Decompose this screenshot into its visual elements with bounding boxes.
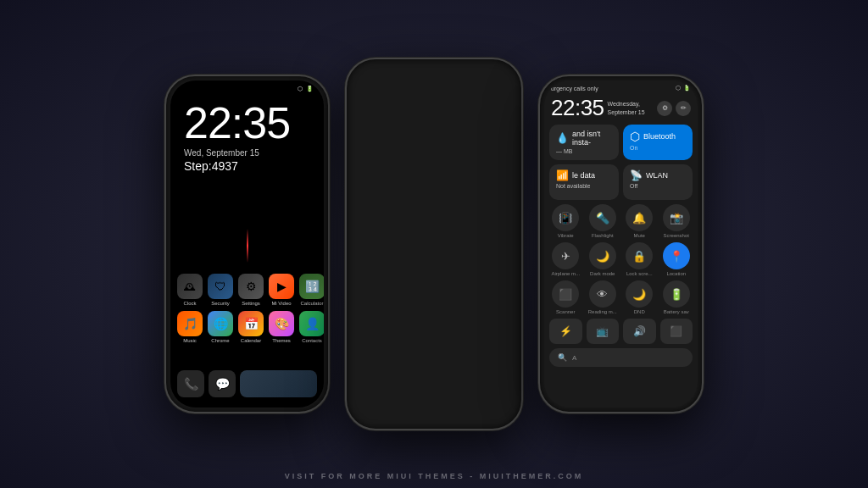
- p3-time: 22:35: [551, 95, 604, 121]
- lockscreen-label: Lock scre...: [626, 271, 653, 276]
- settings-icon-button[interactable]: ⚙: [657, 101, 672, 116]
- chrome-icon: 🌐: [208, 311, 233, 336]
- darkmode-icon: 🌙: [589, 242, 616, 269]
- cc-quick-tiles: 💧 and isn't insta- — MB ⬡ Bluetooth On 📶…: [544, 125, 698, 200]
- extra-button[interactable]: ⬛: [660, 319, 693, 344]
- bluetooth-tile-sub: On: [630, 145, 686, 151]
- dock-phone-icon[interactable]: 📞: [177, 370, 204, 397]
- data-tile-title: and isn't insta-: [572, 130, 612, 147]
- themes-icon: 🎨: [269, 311, 294, 336]
- p1-status-bar: ⬡ 🔋: [170, 80, 324, 94]
- darkmode-label: Dark mode: [590, 271, 615, 276]
- settings-icon: ⚙: [238, 274, 264, 299]
- dock-gallery[interactable]: [240, 370, 317, 397]
- reading-label: Reading m...: [588, 309, 617, 314]
- vibrate-label: Vibrate: [558, 233, 574, 238]
- flashlight-button[interactable]: 🔦 Flashlight: [587, 204, 620, 238]
- flashlight-label: Flashlight: [592, 233, 614, 238]
- clock-icon: 🕰: [177, 274, 203, 299]
- battery-saver-button[interactable]: 🔋 Battery sav: [660, 280, 693, 314]
- app-security[interactable]: 🛡 Security: [208, 274, 233, 306]
- app-themes[interactable]: 🎨 Themes: [269, 311, 294, 343]
- wlan-tile-title: WLAN: [646, 171, 668, 180]
- p3-date-line1: Wednesday,: [608, 100, 654, 108]
- p1-time: 22:35: [170, 94, 324, 145]
- data-tile-sub: — MB: [556, 148, 612, 154]
- scanner-button[interactable]: ⬛ Scanner: [549, 280, 582, 314]
- p1-steps: Step:4937: [170, 158, 324, 175]
- scanner-label: Scanner: [556, 309, 575, 314]
- airplane-icon: ✈: [552, 242, 579, 269]
- dock-message-icon[interactable]: 💬: [209, 370, 236, 397]
- bluetooth-tile-icon: ⬡: [630, 130, 640, 143]
- edit-icon-button[interactable]: ✏: [676, 101, 691, 116]
- screenshot-button[interactable]: 📸 Screenshot: [660, 204, 693, 238]
- search-icon: 🔍: [558, 353, 567, 362]
- reading-icon: 👁: [589, 280, 616, 308]
- mute-button[interactable]: 🔔 Mute: [623, 204, 656, 238]
- phone-3-screen: urgency calls only ⬡ 🔋 22:35 Wednesday, …: [544, 80, 698, 408]
- cc-tile-wlan[interactable]: 📡 WLAN Off: [623, 164, 693, 200]
- app-chrome[interactable]: 🌐 Chrome: [208, 311, 233, 343]
- mobile-tile-title: le data: [572, 171, 595, 180]
- location-label: Location: [666, 271, 686, 276]
- cc-search-bar[interactable]: 🔍 A: [549, 348, 693, 367]
- app-mivideo[interactable]: ▶ Mi Video: [269, 274, 294, 306]
- contacts-icon: 👤: [299, 311, 324, 336]
- p3-header-icons: ⚙ ✏: [657, 101, 691, 116]
- battery-saver-icon: 🔋: [663, 280, 690, 308]
- tv-button[interactable]: 📺: [587, 319, 620, 344]
- cc-buttons-row3: ⬛ Scanner 👁 Reading m... 🌙 DND 🔋 Battery…: [544, 280, 698, 314]
- location-button[interactable]: 📍 Location: [660, 242, 693, 276]
- phone-1: ⬡ 🔋 22:35 Wed, September 15 Step:4937 🕰 …: [164, 75, 330, 413]
- phone-3: urgency calls only ⬡ 🔋 22:35 Wednesday, …: [538, 75, 704, 413]
- bluetooth-icon: ⬡: [298, 86, 303, 92]
- mivideo-icon: ▶: [269, 274, 294, 299]
- mute-label: Mute: [634, 233, 645, 238]
- phone-2: ⬡ 🔋 12 3 6 9 2 10 4 8 1 11 5 7: [345, 58, 523, 430]
- vibrate-button[interactable]: 📳 Vibrate: [549, 204, 582, 238]
- music-icon: 🎵: [177, 311, 203, 336]
- battery-saver-label: Battery sav: [664, 309, 689, 314]
- screenshot-icon: 📸: [663, 204, 690, 231]
- location-icon: 📍: [663, 242, 690, 269]
- security-icon: 🛡: [208, 274, 233, 299]
- app-clock[interactable]: 🕰 Clock: [177, 274, 203, 306]
- screenshot-label: Screenshot: [664, 233, 689, 238]
- p3-battery-icon: 🔋: [683, 85, 691, 92]
- airplane-button[interactable]: ✈ Airplane m...: [549, 242, 582, 276]
- dnd-label: DND: [634, 309, 645, 314]
- volume-button[interactable]: 🔊: [623, 319, 656, 344]
- calculator-icon: 🔢: [299, 274, 324, 299]
- lockscreen-button[interactable]: 🔒 Lock scre...: [623, 242, 656, 276]
- reading-button[interactable]: 👁 Reading m...: [587, 280, 620, 314]
- lightning-button[interactable]: ⚡: [549, 319, 582, 344]
- p3-date-info: Wednesday, September 15: [608, 100, 654, 115]
- dnd-button[interactable]: 🌙 DND: [623, 280, 656, 314]
- app-contacts[interactable]: 👤 Contacts: [299, 311, 324, 343]
- flashlight-icon: 🔦: [589, 204, 616, 231]
- vibrate-icon: 📳: [552, 204, 579, 231]
- airplane-label: Airplane m...: [551, 271, 580, 276]
- battery-icon: 🔋: [306, 86, 314, 92]
- p3-date-line2: September 15: [608, 108, 654, 116]
- cc-bottom-buttons: ⚡ 📺 🔊 ⬛: [544, 319, 698, 344]
- app-music[interactable]: 🎵 Music: [177, 311, 203, 343]
- mobile-tile-sub: Not available: [556, 183, 612, 189]
- darkmode-button[interactable]: 🌙 Dark mode: [587, 242, 620, 276]
- cc-buttons-row2: ✈ Airplane m... 🌙 Dark mode 🔒 Lock scre.…: [544, 242, 698, 276]
- app-calendar[interactable]: 📅 Calendar: [238, 311, 264, 343]
- search-label: A: [572, 354, 576, 362]
- app-calculator[interactable]: 🔢 Calculator: [299, 274, 324, 306]
- app-settings[interactable]: ⚙ Settings: [238, 274, 264, 306]
- p3-status-bar: urgency calls only ⬡ 🔋: [544, 80, 698, 93]
- p1-app-grid: 🕰 Clock 🛡 Security ⚙ Settings ▶ Mi Video…: [170, 274, 324, 348]
- mobile-tile-icon: 📶: [556, 169, 569, 181]
- bluetooth-tile-title: Bluetooth: [643, 132, 676, 141]
- cc-tile-data[interactable]: 💧 and isn't insta- — MB: [549, 125, 619, 160]
- p3-header: 22:35 Wednesday, September 15 ⚙ ✏: [544, 93, 698, 125]
- cc-tile-bluetooth[interactable]: ⬡ Bluetooth On: [623, 125, 693, 160]
- p3-bluetooth-icon: ⬡: [676, 85, 681, 92]
- cc-tile-mobile[interactable]: 📶 le data Not available: [549, 164, 619, 200]
- lockscreen-icon: 🔒: [626, 242, 653, 269]
